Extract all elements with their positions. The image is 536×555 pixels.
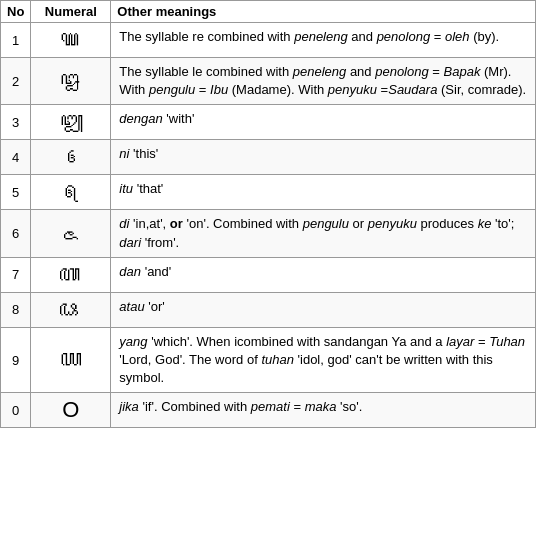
cell-no: 8 — [1, 292, 31, 327]
table-row: 1꧑The syllable re combined with peneleng… — [1, 23, 536, 58]
cell-no: 7 — [1, 257, 31, 292]
cell-meaning: The syllable re combined with peneleng a… — [111, 23, 536, 58]
main-table: No Numeral Other meanings 1꧑The syllable… — [0, 0, 536, 428]
cell-no: 2 — [1, 58, 31, 105]
cell-meaning: di 'in,at', or 'on'. Combined with pengu… — [111, 210, 536, 257]
table-row: 5꧕itu 'that' — [1, 175, 536, 210]
cell-numeral: ꧖ — [31, 210, 111, 257]
table-row: 2꧒The syllable le combined with peneleng… — [1, 58, 536, 105]
table-row: 7꧗dan 'and' — [1, 257, 536, 292]
cell-meaning: atau 'or' — [111, 292, 536, 327]
cell-meaning: The syllable le combined with peneleng a… — [111, 58, 536, 105]
cell-no: 6 — [1, 210, 31, 257]
table-row: 9꧙yang 'which'. When icombined with sand… — [1, 327, 536, 393]
cell-numeral: ꧒ — [31, 58, 111, 105]
table-row: 4꧔ni 'this' — [1, 140, 536, 175]
cell-no: 9 — [1, 327, 31, 393]
cell-numeral: ꧔ — [31, 140, 111, 175]
cell-no: 0 — [1, 393, 31, 428]
table-row: 3꧓dengan 'with' — [1, 105, 536, 140]
cell-no: 1 — [1, 23, 31, 58]
cell-no: 5 — [1, 175, 31, 210]
cell-no: 3 — [1, 105, 31, 140]
table-row: 8꧘atau 'or' — [1, 292, 536, 327]
cell-numeral: ꧗ — [31, 257, 111, 292]
table-row: 6꧖di 'in,at', or 'on'. Combined with pen… — [1, 210, 536, 257]
header-no: No — [1, 1, 31, 23]
cell-numeral: ꧘ — [31, 292, 111, 327]
cell-numeral: ꧑ — [31, 23, 111, 58]
cell-numeral: ꧕ — [31, 175, 111, 210]
cell-meaning: jika 'if'. Combined with pemati = maka '… — [111, 393, 536, 428]
cell-meaning: dengan 'with' — [111, 105, 536, 140]
cell-numeral: ꧙ — [31, 327, 111, 393]
cell-meaning: ni 'this' — [111, 140, 536, 175]
cell-meaning: dan 'and' — [111, 257, 536, 292]
cell-meaning: yang 'which'. When icombined with sandan… — [111, 327, 536, 393]
cell-no: 4 — [1, 140, 31, 175]
cell-numeral: ꧓ — [31, 105, 111, 140]
table-row: 0Ojika 'if'. Combined with pemati = maka… — [1, 393, 536, 428]
header-numeral: Numeral — [31, 1, 111, 23]
cell-meaning: itu 'that' — [111, 175, 536, 210]
cell-numeral: O — [31, 393, 111, 428]
header-other-meanings: Other meanings — [111, 1, 536, 23]
